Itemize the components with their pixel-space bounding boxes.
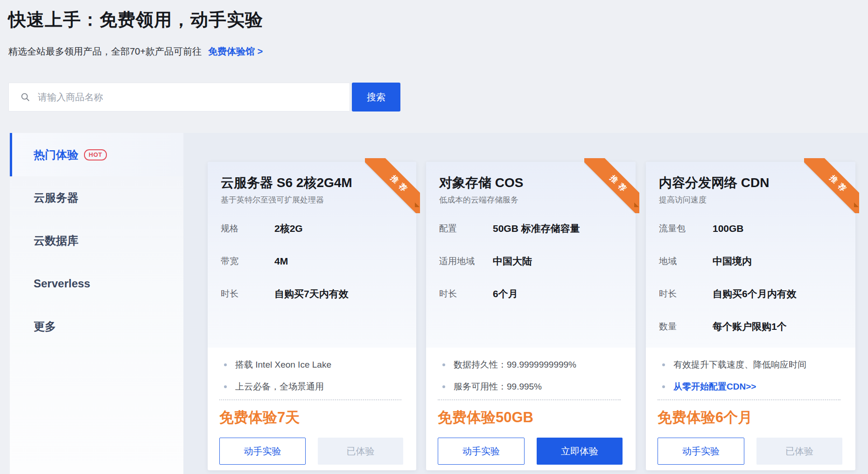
bullet-dot (662, 363, 665, 366)
product-title: 对象存储 COS (439, 174, 623, 192)
sidebar-item-label: 云数据库 (34, 233, 78, 248)
feature-text: 有效提升下载速度、降低响应时间 (673, 359, 806, 371)
spec-row: 数量 每个账户限购1个 (659, 320, 842, 334)
product-subtitle: 基于英特尔至强可扩展处理器 (221, 195, 403, 206)
spec-label: 地域 (659, 255, 713, 267)
spec-label: 数量 (659, 321, 713, 333)
bullet-dot (224, 385, 227, 388)
feature-text: 数据持久性：99.9999999999% (454, 359, 576, 371)
feature-list: 数据持久性：99.9999999999% 服务可用性：99.995% (438, 359, 621, 400)
sidebar-item-cloud-database[interactable]: 云数据库 (10, 219, 183, 262)
product-subtitle: 提高访问速度 (659, 195, 842, 206)
product-card-cvm: 云服务器 S6 2核2G4M 基于英特尔至强可扩展处理器 规格 2核2G 带宽 … (208, 162, 416, 470)
sidebar-item-label: 云服务器 (34, 190, 78, 205)
feature-bullet: 从零开始配置CDN>> (658, 381, 840, 393)
spec-list: 配置 50GB 标准存储容量 适用地域 中国大陆 时长 6个月 (439, 222, 623, 301)
bullet-dot (224, 363, 227, 366)
sidebar-item-cloud-server[interactable]: 云服务器 (10, 176, 183, 219)
product-subtitle: 低成本的云端存储服务 (439, 195, 623, 206)
spec-label: 适用地域 (439, 255, 493, 267)
product-card-cdn: 内容分发网络 CDN 提高访问速度 流量包 100GB 地域 中国境内 时长 自… (646, 162, 855, 470)
product-title: 内容分发网络 CDN (659, 174, 842, 192)
experience-now-button[interactable]: 立即体验 (537, 438, 623, 465)
card-header: 内容分发网络 CDN 提高访问速度 流量包 100GB 地域 中国境内 时长 自… (646, 162, 855, 348)
product-title: 云服务器 S6 2核2G4M (221, 174, 403, 192)
page-subtitle: 精选全站最多领用产品，全部70+款产品可前往免费体验馆 > (8, 45, 263, 58)
spec-row: 地域 中国境内 (659, 254, 842, 268)
cdn-setup-guide-link[interactable]: 从零开始配置CDN>> (673, 381, 756, 393)
feature-bullet: 有效提升下载速度、降低响应时间 (658, 359, 840, 371)
search-bar: 搜索 (8, 83, 400, 112)
hands-on-lab-button[interactable]: 动手实验 (219, 438, 306, 465)
spec-row: 时长 6个月 (439, 287, 623, 301)
spec-row: 带宽 4M (221, 254, 403, 268)
feature-text: 服务可用性：99.995% (454, 381, 542, 393)
search-icon (20, 92, 30, 102)
feature-bullet: 服务可用性：99.995% (438, 381, 621, 393)
active-indicator (10, 133, 12, 176)
feature-bullet: 上云必备，全场景通用 (219, 381, 401, 393)
spec-row: 流量包 100GB (659, 222, 842, 236)
spec-label: 规格 (221, 223, 274, 235)
feature-text: 上云必备，全场景通用 (235, 381, 324, 393)
sidebar: 热门体验 HOT 云服务器 云数据库 Serverless 更多 (10, 133, 183, 474)
promo-text: 免费体验50GB (438, 408, 623, 427)
search-input[interactable] (37, 91, 341, 103)
search-input-container (8, 83, 350, 112)
free-trial-hall-link[interactable]: 免费体验馆 > (208, 46, 263, 56)
search-button[interactable]: 搜索 (352, 83, 400, 112)
spec-value: 中国境内 (713, 255, 752, 268)
feature-bullet: 数据持久性：99.9999999999% (438, 359, 621, 371)
spec-value: 自购买7天内有效 (274, 287, 349, 300)
button-row: 动手实验 已体验 (658, 438, 842, 465)
spec-value: 每个账户限购1个 (713, 320, 787, 333)
spec-list: 流量包 100GB 地域 中国境内 时长 自购买6个月内有效 数量 每个账户限购… (659, 222, 842, 334)
sidebar-item-serverless[interactable]: Serverless (10, 262, 183, 305)
feature-list: 有效提升下载速度、降低响应时间 从零开始配置CDN>> (658, 359, 840, 400)
sidebar-item-more[interactable]: 更多 (10, 305, 183, 348)
spec-label: 配置 (439, 223, 493, 235)
card-footer: 有效提升下载速度、降低响应时间 从零开始配置CDN>> 免费体验6个月 动手实验… (646, 348, 855, 470)
spec-list: 规格 2核2G 带宽 4M 时长 自购买7天内有效 (221, 222, 403, 301)
spec-row: 适用地域 中国大陆 (439, 254, 623, 268)
spec-label: 时长 (659, 288, 713, 300)
spec-label: 时长 (439, 288, 493, 300)
feature-bullet: 搭载 Intel Xeon Ice Lake (219, 359, 401, 371)
product-card-cos: 对象存储 COS 低成本的云端存储服务 配置 50GB 标准存储容量 适用地域 … (426, 162, 636, 470)
feature-text: 搭载 Intel Xeon Ice Lake (235, 359, 331, 371)
spec-value: 4M (274, 256, 288, 267)
promo-text: 免费体验6个月 (658, 408, 842, 427)
spec-row: 配置 50GB 标准存储容量 (439, 222, 623, 236)
bullet-dot (662, 385, 665, 388)
hot-badge: HOT (84, 149, 107, 160)
spec-row: 时长 自购买7天内有效 (221, 287, 403, 301)
spec-row: 规格 2核2G (221, 222, 403, 236)
sidebar-item-label: Serverless (34, 277, 90, 290)
spec-value: 6个月 (493, 287, 518, 300)
spec-value: 50GB 标准存储容量 (493, 222, 580, 235)
sidebar-item-label: 热门体验 (34, 147, 78, 162)
sidebar-item-hot-experience[interactable]: 热门体验 HOT (10, 133, 183, 176)
sidebar-item-label: 更多 (34, 319, 56, 334)
spec-label: 时长 (221, 288, 274, 300)
bullet-dot (442, 385, 445, 388)
card-footer: 数据持久性：99.9999999999% 服务可用性：99.995% 免费体验5… (426, 348, 636, 470)
promo-text: 免费体验7天 (219, 408, 403, 427)
spec-label: 流量包 (659, 223, 713, 235)
subtitle-text: 精选全站最多领用产品，全部70+款产品可前往 (8, 46, 202, 56)
already-experienced-button[interactable]: 已体验 (318, 438, 403, 465)
spec-value: 自购买6个月内有效 (713, 287, 797, 300)
spec-row: 时长 自购买6个月内有效 (659, 287, 842, 301)
hands-on-lab-button[interactable]: 动手实验 (438, 438, 525, 465)
hands-on-lab-button[interactable]: 动手实验 (658, 438, 744, 465)
feature-list: 搭载 Intel Xeon Ice Lake 上云必备，全场景通用 (219, 359, 401, 400)
page: 快速上手：免费领用，动手实验 精选全站最多领用产品，全部70+款产品可前往免费体… (0, 0, 868, 474)
already-experienced-button[interactable]: 已体验 (756, 438, 842, 465)
button-row: 动手实验 立即体验 (438, 438, 623, 465)
card-header: 云服务器 S6 2核2G4M 基于英特尔至强可扩展处理器 规格 2核2G 带宽 … (208, 162, 416, 348)
spec-value: 2核2G (274, 222, 303, 235)
spec-value: 100GB (713, 223, 744, 234)
bullet-dot (442, 363, 445, 366)
card-header: 对象存储 COS 低成本的云端存储服务 配置 50GB 标准存储容量 适用地域 … (426, 162, 636, 348)
page-title: 快速上手：免费领用，动手实验 (8, 8, 263, 31)
